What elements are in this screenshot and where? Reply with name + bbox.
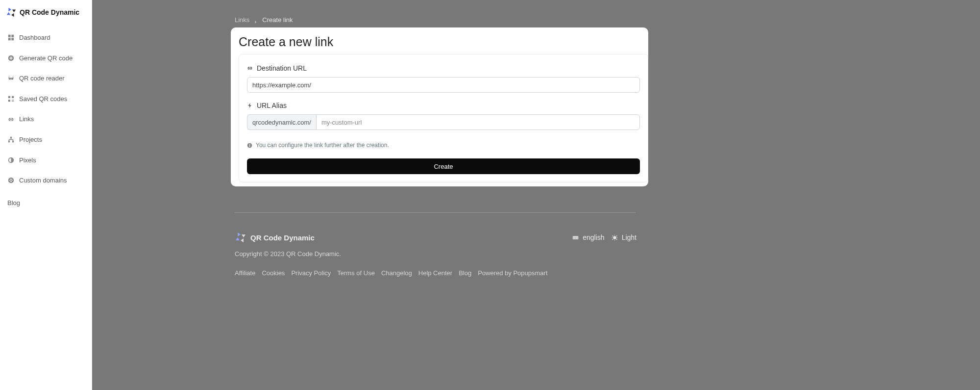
footer-brand-logo[interactable]: QR Code Dynamic xyxy=(235,232,315,243)
sidebar-item-label: Saved QR codes xyxy=(19,95,67,103)
footer-top-row: QR Code Dynamic english Light xyxy=(235,232,637,243)
url-alias-input-group: qrcodedynamic.com/ xyxy=(247,114,640,130)
brand-logo-icon xyxy=(235,232,246,243)
sidebar-item-label: Generate QR code xyxy=(19,54,73,62)
theme-label: Light xyxy=(622,234,637,241)
footer-link-cookies[interactable]: Cookies xyxy=(262,269,285,277)
qrcode-icon xyxy=(7,96,14,103)
field-destination-url: Destination URL xyxy=(247,64,640,93)
label-url-alias: URL Alias xyxy=(247,102,640,109)
chevron-right-icon xyxy=(254,19,257,22)
footer-link-powered[interactable]: Powered by Popupsmart xyxy=(478,269,547,277)
footer: QR Code Dynamic english Light Copyright … xyxy=(235,232,637,277)
link-icon xyxy=(7,116,14,123)
sidebar-item-label: Pixels xyxy=(19,156,36,164)
url-alias-input[interactable] xyxy=(316,114,640,130)
sidebar-item-projects[interactable]: Projects xyxy=(0,130,92,150)
footer-link-privacy[interactable]: Privacy Policy xyxy=(291,269,331,277)
label-text: URL Alias xyxy=(257,102,287,109)
brand-logo-icon xyxy=(6,7,17,18)
sidebar-nav: Dashboard Generate QR code QR code reade… xyxy=(0,25,92,216)
destination-url-input[interactable] xyxy=(247,77,640,93)
language-label: english xyxy=(583,234,604,241)
info-circle-icon xyxy=(247,143,252,148)
hint-text: You can configure the link further after… xyxy=(256,142,389,149)
brand-logo-text: QR Code Dynamic xyxy=(20,8,79,16)
plus-circle-icon xyxy=(7,54,14,61)
glasses-icon xyxy=(7,75,14,82)
globe-icon xyxy=(7,177,14,184)
sidebar-item-label: QR code reader xyxy=(19,75,65,82)
divider xyxy=(235,212,636,213)
footer-link-changelog[interactable]: Changelog xyxy=(381,269,412,277)
footer-link-affiliate[interactable]: Affiliate xyxy=(235,269,255,277)
sidebar-item-blog[interactable]: Blog xyxy=(0,193,92,213)
sidebar-item-label: Projects xyxy=(19,136,42,144)
sidebar-item-saved[interactable]: Saved QR codes xyxy=(0,89,92,109)
dashboard-icon xyxy=(7,34,14,41)
brand-logo[interactable]: QR Code Dynamic xyxy=(0,0,92,25)
sidebar-item-dashboard[interactable]: Dashboard xyxy=(0,27,92,48)
diagram-icon xyxy=(7,136,14,143)
language-icon xyxy=(572,234,579,241)
copyright-text: Copyright © 2023 QR Code Dynamic. xyxy=(235,250,637,258)
footer-links: Affiliate Cookies Privacy Policy Terms o… xyxy=(235,269,637,277)
breadcrumb: Links Create link xyxy=(235,16,293,24)
sidebar-item-label: Custom domains xyxy=(19,177,67,184)
breadcrumb-links[interactable]: Links xyxy=(235,16,249,24)
sidebar-item-label: Blog xyxy=(7,199,20,207)
theme-toggle[interactable]: Light xyxy=(612,234,637,241)
url-alias-prefix: qrcodedynamic.com/ xyxy=(247,114,316,130)
label-text: Destination URL xyxy=(257,64,307,72)
sidebar: QR Code Dynamic Dashboard Generate QR co… xyxy=(0,0,92,390)
half-circle-icon xyxy=(7,156,14,163)
footer-brand-text: QR Code Dynamic xyxy=(250,234,315,242)
sidebar-item-label: Dashboard xyxy=(19,34,50,42)
footer-right-group: english Light xyxy=(572,234,637,241)
label-destination-url: Destination URL xyxy=(247,64,640,72)
field-url-alias: URL Alias qrcodedynamic.com/ xyxy=(247,102,640,130)
footer-link-help[interactable]: Help Center xyxy=(418,269,452,277)
card-title: Create a new link xyxy=(235,35,644,54)
sun-icon xyxy=(612,234,618,241)
sidebar-item-label: Links xyxy=(19,115,34,123)
create-link-panel: Destination URL URL Alias qrcodedynamic.… xyxy=(239,54,648,182)
sidebar-item-pixels[interactable]: Pixels xyxy=(0,150,92,171)
create-button[interactable]: Create xyxy=(247,158,640,174)
create-link-card: Create a new link Destination URL URL Al… xyxy=(231,27,648,186)
create-button-label: Create xyxy=(434,163,453,170)
footer-link-blog[interactable]: Blog xyxy=(459,269,471,277)
link-icon xyxy=(247,65,253,71)
footer-link-terms[interactable]: Terms of Use xyxy=(337,269,375,277)
bolt-icon xyxy=(247,103,253,108)
sidebar-item-domains[interactable]: Custom domains xyxy=(0,170,92,191)
sidebar-item-generate[interactable]: Generate QR code xyxy=(0,48,92,69)
sidebar-item-links[interactable]: Links xyxy=(0,109,92,130)
sidebar-item-reader[interactable]: QR code reader xyxy=(0,68,92,89)
language-selector[interactable]: english xyxy=(572,234,604,241)
breadcrumb-current: Create link xyxy=(262,16,293,24)
info-hint: You can configure the link further after… xyxy=(247,142,640,149)
